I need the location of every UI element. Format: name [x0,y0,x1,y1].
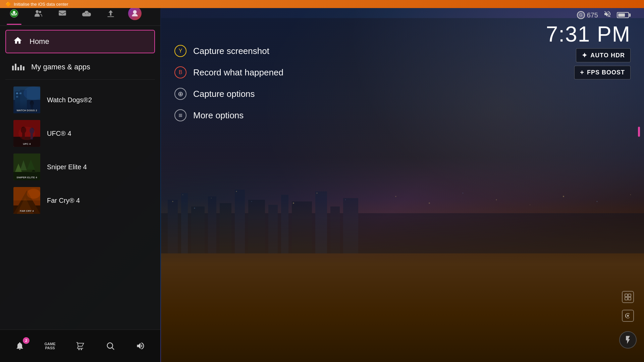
svg-point-32 [36,10,39,13]
screen-layout-icon[interactable] [622,291,634,303]
library-icon [12,64,24,70]
nav-divider [0,25,160,26]
svg-point-49 [30,101,34,106]
capture-screenshot-label: Capture screenshot [193,46,269,56]
svg-point-27 [530,204,530,205]
game-list: WATCH DOGS 2 Watch Dogs®2 [5,84,155,217]
capture-options-item[interactable]: ⊕ Capture options [168,83,290,105]
nav-xbox-button[interactable] [7,6,21,21]
svg-point-73 [107,343,113,348]
avatar-icon [128,7,142,20]
gamepass-label: GAMEPASS [45,342,56,350]
svg-rect-35 [85,13,86,14]
svg-rect-76 [625,297,628,300]
svg-rect-74 [625,294,628,297]
capture-options-label: Capture options [193,89,255,99]
search-button[interactable] [96,335,125,357]
games-divider [5,79,155,80]
nav-messages-button[interactable] [55,6,70,21]
hud-gamerscore: G 675 [577,11,598,19]
svg-rect-39 [107,16,114,17]
notification-text: Initialise the iOS data center [14,2,68,7]
game-item-sniper[interactable]: SNIPER ELITE 4 Sniper Elite 4 [11,151,150,183]
quick-resume-button[interactable] [619,331,637,349]
svg-rect-7 [248,200,265,253]
gamepass-button[interactable]: GAMEPASS [36,335,64,357]
svg-rect-0 [161,213,644,253]
svg-point-38 [88,13,89,14]
capture-record-label: Record what happened [193,67,283,78]
battery-icon [617,12,631,18]
options-button-icon: ⊕ [174,88,186,100]
svg-point-72 [27,189,40,199]
store-button[interactable] [66,335,95,357]
auto-hdr-badge[interactable]: ✦ AUTO HDR [576,48,631,62]
menu-section: Home My games & apps [0,30,160,329]
nav-controller-button[interactable] [79,6,94,21]
volume-button[interactable] [126,335,155,357]
svg-point-19 [251,201,252,202]
capture-screenshot-item[interactable]: Y Capture screenshot [168,40,290,62]
notifications-button[interactable]: 2 [5,335,34,357]
menu-home[interactable]: Home [5,30,155,53]
game-thumb-ufc4: UFC 4 [13,120,40,147]
svg-point-30 [630,194,631,195]
svg-point-17 [211,198,212,198]
game-item-wd2[interactable]: WATCH DOGS 2 Watch Dogs®2 [11,84,150,116]
capture-record-item[interactable]: B Record what happened [168,62,290,83]
nav-avatar-button[interactable] [127,6,142,21]
home-label: Home [30,37,49,46]
gamepass-icon: GAMEPASS [45,342,56,350]
y-button-icon: Y [174,45,186,57]
svg-point-78 [627,315,629,317]
battery-indicator [617,12,631,18]
sidebar: Home My games & apps [0,0,160,362]
scroll-indicator[interactable] [638,127,640,137]
game-name-wd2: Watch Dogs®2 [47,96,92,104]
farcry-thumb-label: FAR CRY 4 [15,209,39,213]
nav-upload-button[interactable] [103,6,118,21]
svg-rect-10 [292,201,312,253]
gamerscore-icon: G [577,11,585,19]
my-games-label: My games & apps [31,63,90,71]
home-icon [13,36,23,47]
game-thumb-wd2: WATCH DOGS 2 [13,86,40,113]
game-name-sniper: Sniper Elite 4 [47,163,87,171]
auto-hdr-icon: ✦ [582,51,588,59]
svg-rect-8 [268,205,278,253]
svg-point-16 [194,208,195,209]
broadcast-icon[interactable] [622,310,634,322]
auto-hdr-label: AUTO HDR [590,52,625,59]
search-icon [106,341,115,351]
svg-rect-2 [181,193,188,253]
svg-point-25 [463,193,463,193]
nav-people-button[interactable] [31,6,46,21]
game-name-farcry: Far Cry® 4 [47,197,80,204]
svg-point-20 [293,202,294,204]
svg-point-40 [133,10,137,14]
game-item-ufc4[interactable]: UFC 4 UFC® 4 [11,117,150,149]
game-thumb-farcry: FAR CRY 4 [13,187,40,214]
volume-icon [136,341,145,351]
notification-badge: 2 [23,337,30,344]
svg-point-37 [87,13,88,13]
svg-rect-9 [281,195,288,253]
svg-rect-5 [220,203,231,253]
fps-boost-badge[interactable]: + FPS BOOST [574,66,631,79]
svg-point-29 [597,201,598,202]
hud-status-row: G 675 [577,10,631,20]
fps-boost-label: FPS BOOST [587,69,625,76]
hud-time: 7:31 PM [546,23,631,45]
bottom-right-icons [622,291,634,322]
top-right-hud: G 675 7:31 PM ✦ AUTO HDR + FPS BOOST [546,10,631,79]
game-item-farcry[interactable]: FAR CRY 4 Far Cry® 4 [11,184,150,217]
svg-point-21 [317,193,318,194]
svg-rect-46 [19,93,21,94]
svg-rect-75 [628,294,631,297]
menu-my-games[interactable]: My games & apps [5,57,155,77]
svg-rect-6 [235,190,245,253]
gamerscore-value: 675 [587,11,598,19]
svg-point-33 [39,11,41,13]
more-button-icon: ≡ [174,109,186,121]
capture-more-item[interactable]: ≡ More options [168,105,290,126]
